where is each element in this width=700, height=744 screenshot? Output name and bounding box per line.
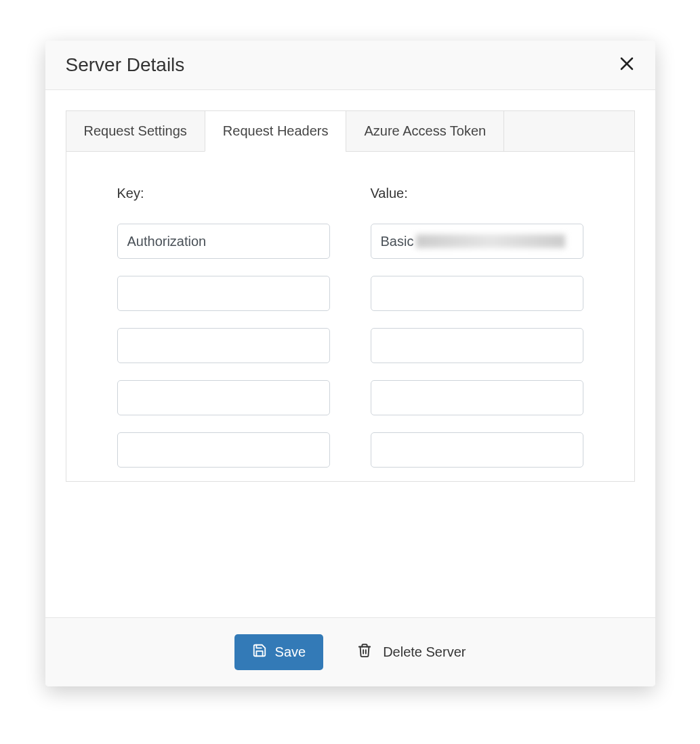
header-value-input[interactable]: Basic xyxy=(371,224,583,259)
header-value-input[interactable] xyxy=(371,276,583,311)
save-icon xyxy=(252,643,267,661)
tab-azure-access-token[interactable]: Azure Access Token xyxy=(346,110,503,152)
modal-header: Server Details xyxy=(45,41,655,90)
header-key-input[interactable] xyxy=(117,380,330,415)
tabs-bar: Request Settings Request Headers Azure A… xyxy=(66,110,635,152)
modal-body: Request Settings Request Headers Azure A… xyxy=(45,90,655,617)
modal-title: Server Details xyxy=(66,54,185,76)
save-button[interactable]: Save xyxy=(234,634,324,670)
tab-request-settings[interactable]: Request Settings xyxy=(66,110,205,152)
value-column-label: Value: xyxy=(371,186,583,201)
tab-request-headers[interactable]: Request Headers xyxy=(205,110,346,152)
header-key-input[interactable] xyxy=(117,328,330,363)
key-column-label: Key: xyxy=(117,186,330,201)
tabs-filler xyxy=(503,110,634,152)
header-value-input[interactable] xyxy=(371,380,583,415)
modal-footer: Save Delete Server xyxy=(45,617,655,686)
server-details-modal: Server Details Request Settings Request … xyxy=(45,41,655,686)
delete-button-label: Delete Server xyxy=(383,644,466,660)
header-value-text: Basic xyxy=(381,234,414,249)
close-icon[interactable] xyxy=(619,56,635,75)
delete-server-button[interactable]: Delete Server xyxy=(357,643,466,661)
save-button-label: Save xyxy=(275,644,306,660)
header-key-input[interactable] xyxy=(117,276,330,311)
headers-grid: Key: Value: Basic xyxy=(117,186,583,468)
trash-icon xyxy=(357,643,372,661)
redacted-value xyxy=(416,234,565,248)
tab-content: Key: Value: Basic xyxy=(66,152,635,482)
header-value-input[interactable] xyxy=(371,328,583,363)
header-key-input[interactable] xyxy=(117,432,330,468)
header-value-input[interactable] xyxy=(371,432,583,468)
header-key-input[interactable] xyxy=(117,224,330,259)
